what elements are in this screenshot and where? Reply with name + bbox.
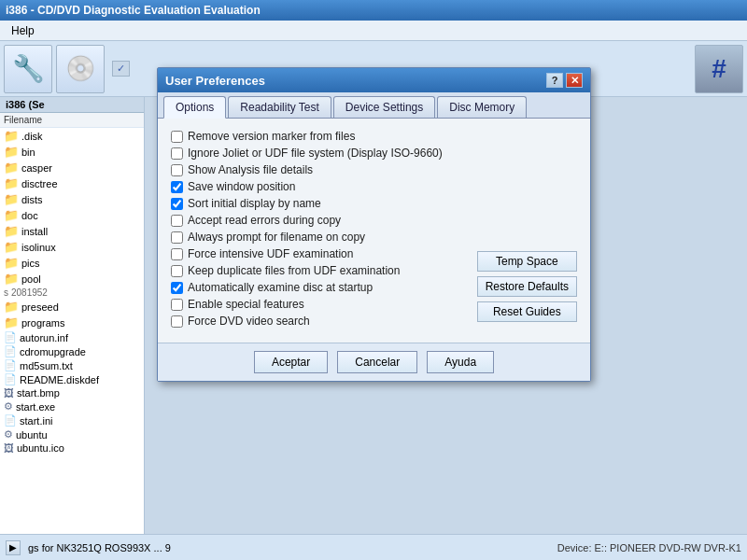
file-name: README.diskdef: [20, 374, 99, 385]
file-name: start.bmp: [17, 387, 60, 399]
list-item[interactable]: 📄 autorun.inf: [0, 330, 144, 344]
file-name: s: [4, 287, 8, 298]
list-item[interactable]: 🖼 ubuntu.ico: [0, 441, 144, 455]
accept-button[interactable]: Aceptar: [254, 351, 328, 373]
file-name: preseed: [21, 301, 59, 313]
checkbox-force-dvd[interactable]: [171, 315, 183, 328]
file-icon: 📄: [4, 359, 17, 371]
checkbox-always-prompt[interactable]: [171, 231, 183, 244]
file-icon: 🖼: [4, 387, 14, 399]
cancel-button[interactable]: Cancelar: [337, 351, 417, 373]
list-item[interactable]: 📁 disctree: [0, 175, 144, 191]
checkbox-remove-version[interactable]: [171, 131, 183, 143]
toolbar-disc2-button[interactable]: 💿: [56, 45, 105, 93]
list-item[interactable]: 📁 dists: [0, 191, 144, 207]
checkbox-label: Enable special features: [188, 298, 304, 311]
checkbox-row: Remove version marker from files: [171, 130, 468, 143]
list-item[interactable]: ⚙ start.exe: [0, 399, 144, 413]
folder-icon: 📁: [4, 315, 19, 329]
list-item[interactable]: 📄 README.diskdef: [0, 372, 144, 386]
checkbox-row: Sort initial display by name: [171, 197, 468, 210]
checkbox-accept-read-errors[interactable]: [171, 215, 183, 227]
list-item[interactable]: 📄 start.ini: [0, 413, 144, 427]
list-item[interactable]: 📁 preseed: [0, 299, 144, 315]
checkbox-row: Enable special features: [171, 298, 468, 311]
reset-guides-button[interactable]: Reset Guides: [477, 301, 577, 322]
checkbox-label: Sort initial display by name: [188, 197, 321, 210]
list-item[interactable]: 📁 .disk: [0, 128, 144, 144]
title-bar: i386 - CD/DVD Diagnostic Evaluation Eval…: [0, 0, 747, 21]
dialog-close-button[interactable]: ✕: [566, 73, 583, 88]
folder-icon: 📁: [4, 256, 19, 270]
folder-icon: 📁: [4, 176, 19, 190]
folder-icon: 📁: [4, 224, 19, 238]
folder-icon: 📁: [4, 240, 19, 254]
checkbox-label: Accept read errors during copy: [188, 214, 341, 227]
file-name: casper: [21, 162, 52, 174]
status-right-text: Device: E:: PIONEER DVD-RW DVR-K1: [557, 542, 741, 553]
list-item[interactable]: 🖼 start.bmp: [0, 386, 144, 399]
checkbox-row: Automatically examine disc at startup: [171, 281, 468, 294]
dialog-tabs: Options Readability Test Device Settings…: [158, 92, 590, 119]
checkbox-force-udf[interactable]: [171, 248, 183, 260]
file-size: 2081952: [11, 287, 48, 298]
temp-space-button[interactable]: Temp Space: [477, 251, 577, 272]
checkbox-enable-special[interactable]: [171, 299, 183, 311]
file-name: isolinux: [21, 242, 56, 253]
file-icon: 📄: [4, 331, 17, 343]
checkbox-label: Save window position: [188, 180, 295, 193]
file-name: ubuntu.ico: [17, 442, 64, 454]
list-item[interactable]: ⚙ ubuntu: [0, 427, 144, 441]
list-item[interactable]: 📁 programs: [0, 315, 144, 330]
checkboxes-column: Remove version marker from files Ignore …: [171, 130, 468, 331]
tab-readability-test[interactable]: Readability Test: [228, 96, 331, 118]
checkbox-show-analysis[interactable]: [171, 164, 183, 176]
file-name: ubuntu: [16, 429, 48, 441]
checkbox-label: Force DVD video search: [188, 315, 310, 328]
restore-defaults-button[interactable]: Restore Defaults: [477, 276, 577, 297]
toolbar-disc1-button[interactable]: 🔧: [4, 45, 52, 93]
file-name: bin: [21, 147, 35, 158]
user-preferences-dialog: User Preferences ? ✕ Options Readability…: [157, 67, 591, 382]
list-item[interactable]: 📁 isolinux: [0, 239, 144, 255]
list-item[interactable]: 📁 bin: [0, 144, 144, 160]
dialog-help-button[interactable]: ?: [546, 73, 563, 88]
checkbox-save-window[interactable]: [171, 181, 183, 193]
disc2-icon: 💿: [65, 54, 95, 83]
status-right: Device: E:: PIONEER DVD-RW DVR-K1: [557, 542, 741, 553]
list-item[interactable]: 📄 md5sum.txt: [0, 358, 144, 372]
list-item[interactable]: 📁 install: [0, 223, 144, 239]
file-name: pool: [21, 273, 41, 285]
nav-button[interactable]: ▶: [6, 540, 21, 555]
checkbox-keep-duplicate[interactable]: [171, 265, 183, 277]
list-item[interactable]: 📁 casper: [0, 160, 144, 175]
menu-help[interactable]: Help: [6, 22, 40, 39]
folder-icon: 📁: [4, 300, 19, 314]
tab-device-settings[interactable]: Device Settings: [333, 96, 435, 118]
checkbox-row: Force intensive UDF examination: [171, 247, 468, 260]
folder-icon: 📁: [4, 208, 19, 222]
checkbox-row: Keep duplicate files from UDF examinatio…: [171, 264, 468, 277]
filename-column-header: Filename: [0, 113, 144, 128]
checkbox-ignore-joliet[interactable]: [171, 147, 183, 160]
checkbox-label: Show Analysis file details: [188, 163, 313, 176]
menu-bar: Help: [0, 21, 747, 41]
toolbar-hash-button[interactable]: #: [695, 45, 743, 93]
checkbox-auto-examine[interactable]: [171, 282, 183, 294]
tab-disc-memory[interactable]: Disc Memory: [437, 96, 527, 118]
file-name: dists: [21, 194, 43, 205]
file-name: start.ini: [20, 415, 52, 427]
list-item[interactable]: 📁 doc: [0, 207, 144, 223]
file-name: .disk: [21, 131, 43, 142]
checkbox-label: Remove version marker from files: [188, 130, 355, 143]
list-item[interactable]: 📁 pics: [0, 255, 144, 271]
checkbox-row: Save window position: [171, 180, 468, 193]
status-bar: ▶ gs for NK3251Q ROS993X ... 9 Device: E…: [0, 534, 747, 560]
folder-icon: 📁: [4, 272, 19, 286]
checkbox-sort-display[interactable]: [171, 198, 183, 210]
list-item[interactable]: 📁 pool: [0, 271, 144, 287]
tab-options[interactable]: Options: [163, 96, 226, 119]
help-button[interactable]: Ayuda: [427, 351, 494, 373]
file-icon: 📄: [4, 345, 17, 357]
list-item[interactable]: 📄 cdromupgrade: [0, 344, 144, 358]
